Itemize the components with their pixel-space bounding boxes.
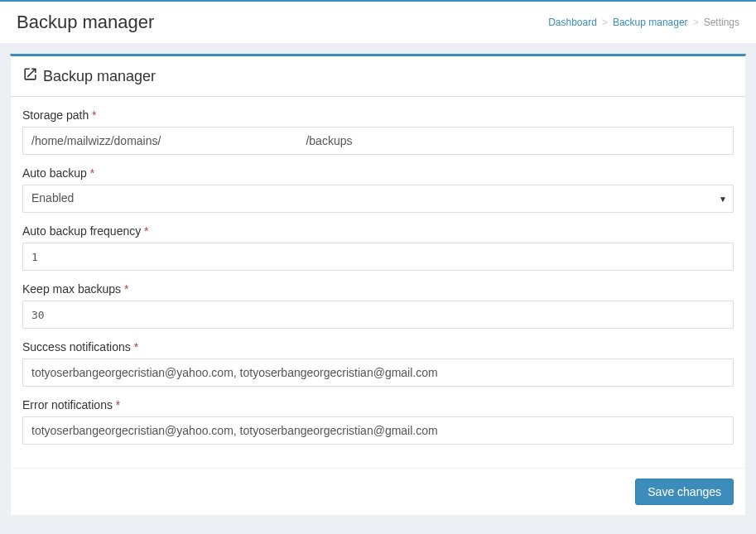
- panel-footer: Save changes: [11, 468, 745, 515]
- keep-max-backups-input[interactable]: [22, 301, 734, 329]
- breadcrumb-backup-manager[interactable]: Backup manager: [613, 17, 688, 28]
- success-notifications-input[interactable]: [22, 358, 734, 387]
- breadcrumb: Dashboard Backup manager Settings: [548, 17, 739, 28]
- auto-backup-frequency-input[interactable]: [22, 243, 734, 271]
- page-title: Backup manager: [17, 12, 154, 33]
- required-marker: *: [134, 340, 138, 354]
- auto-backup-select[interactable]: Enabled: [22, 185, 734, 213]
- label-error-notifications: Error notifications *: [22, 398, 734, 411]
- form-group-error-notifications: Error notifications *: [22, 398, 734, 445]
- required-marker: *: [116, 398, 120, 411]
- required-marker: *: [92, 108, 96, 122]
- label-auto-backup-frequency: Auto backup frequency *: [22, 224, 734, 238]
- required-marker: *: [124, 282, 128, 296]
- breadcrumb-settings: Settings: [704, 17, 739, 28]
- share-icon: [22, 66, 43, 86]
- form-group-auto-backup-frequency: Auto backup frequency *: [22, 224, 734, 271]
- required-marker: *: [144, 224, 148, 238]
- label-keep-max-backups: Keep max backups *: [22, 282, 734, 296]
- form-group-success-notifications: Success notifications *: [22, 340, 734, 387]
- settings-panel: Backup manager Storage path * Auto backu…: [10, 54, 746, 516]
- panel-title: Backup manager: [22, 66, 734, 86]
- breadcrumb-dashboard[interactable]: Dashboard: [548, 17, 597, 28]
- panel-title-text: Backup manager: [43, 68, 156, 85]
- panel-header: Backup manager: [11, 56, 745, 96]
- content-header: Backup manager Dashboard Backup manager …: [0, 0, 756, 44]
- form-group-auto-backup: Auto backup * Enabled: [22, 166, 734, 213]
- required-marker: *: [90, 166, 94, 180]
- save-button[interactable]: Save changes: [635, 479, 734, 505]
- label-storage-path: Storage path *: [22, 108, 734, 122]
- label-auto-backup: Auto backup *: [22, 166, 734, 180]
- panel-body: Storage path * Auto backup * Enabled Aut…: [11, 96, 745, 468]
- form-group-storage-path: Storage path *: [22, 108, 734, 155]
- content: Backup manager Storage path * Auto backu…: [0, 44, 756, 526]
- form-group-keep-max-backups: Keep max backups *: [22, 282, 734, 329]
- storage-path-input[interactable]: [22, 127, 734, 155]
- error-notifications-input[interactable]: [22, 416, 734, 445]
- label-success-notifications: Success notifications *: [22, 340, 734, 354]
